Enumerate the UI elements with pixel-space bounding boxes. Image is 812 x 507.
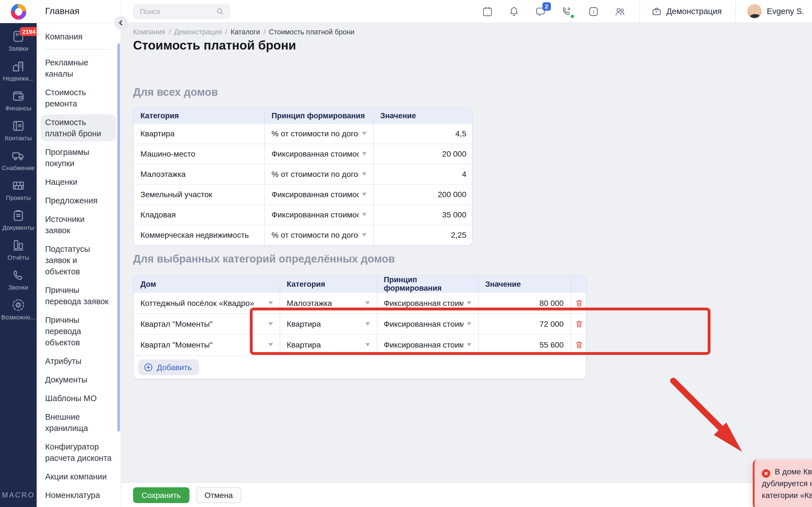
principle-select[interactable]: Фиксированная стоим…	[384, 298, 471, 307]
cancel-button[interactable]: Отмена	[196, 487, 241, 503]
add-row-button[interactable]: Добавить	[138, 359, 199, 375]
house-select[interactable]: Коттеджный посёлок «Квадро»	[140, 298, 273, 307]
value-cell[interactable]: 4,5	[373, 123, 472, 144]
sidebar-item-interesy[interactable]: Интересы к ЖК и Домам	[41, 506, 116, 507]
rail-item-finance[interactable]: Финансы	[1, 89, 35, 112]
chevron-down-icon	[362, 213, 366, 216]
principle-select[interactable]: Фиксированная стоимость	[271, 190, 366, 199]
rail-item-supply[interactable]: Снабжение	[1, 149, 35, 171]
principle-select[interactable]: % от стоимости по догов…	[271, 231, 366, 240]
rail-item-realty[interactable]: Недвижи...	[1, 59, 35, 82]
sidebar-collapse-button[interactable]	[114, 16, 128, 29]
toast-message: В доме Квартал "Моменты" дублируется нас…	[762, 466, 812, 501]
sidebar-item-reklamnye-kanaly[interactable]: Рекламные каналы	[41, 55, 116, 82]
add-row-area: Добавить	[134, 355, 586, 378]
workspace-name: Демонстрация	[666, 7, 721, 16]
category-cell: Малоэтажка	[134, 164, 264, 184]
calendar-icon	[481, 5, 493, 17]
sidebar-item-stoimost-platnoj-broni[interactable]: Стоимость платной брони	[41, 114, 116, 142]
rail-item-projects[interactable]: Проекты	[1, 179, 35, 201]
calls-button[interactable]	[561, 5, 573, 17]
users-button[interactable]	[614, 5, 626, 17]
rail-item-calls[interactable]: Звонки	[1, 268, 35, 291]
chevron-down-icon	[467, 322, 471, 326]
sidebar-scrollbar[interactable]	[117, 43, 120, 432]
sidebar-item-istochniki-zayavok[interactable]: Источники заявок	[41, 211, 116, 238]
sidebar-item-nacenki[interactable]: Наценки	[41, 174, 116, 190]
category-select[interactable]: Малоэтажка	[287, 298, 370, 307]
house-select[interactable]: Квартал "Моменты"	[140, 341, 273, 349]
sidebar-item-prichiny-perevoda-obektov[interactable]: Причины перевода объектов	[41, 312, 116, 350]
rail-item-reports[interactable]: Отчёты	[1, 238, 35, 261]
table-header-row: Категория Принцип формирования Значение	[134, 108, 472, 123]
app-logo[interactable]	[0, 0, 37, 23]
sidebar-item-shablony-mo[interactable]: Шаблоны МО	[41, 390, 116, 406]
table-row: Квартал "Моменты" Квартира Фиксированная…	[134, 334, 587, 355]
search-input[interactable]	[140, 7, 216, 15]
page-title: Стоимость платной брони	[133, 38, 296, 53]
notifications-button[interactable]	[508, 5, 520, 17]
table-row: Машино-место Фиксированная стоимость 20 …	[134, 144, 472, 164]
breadcrumb-catalogs[interactable]: Каталоги	[231, 28, 260, 36]
sidebar-item-podstatusy[interactable]: Подстатусы заявок и объектов	[41, 241, 116, 279]
primary-rail: 2194 Заявки Недвижи... Финансы Конта	[0, 0, 37, 507]
rail-item-opportunities[interactable]: Возможно...	[1, 298, 35, 321]
principle-select[interactable]: Фиксированная стоим…	[384, 320, 471, 328]
breadcrumb-workspace[interactable]: Демонстрация	[174, 28, 221, 36]
value-cell[interactable]: 80 000	[478, 293, 571, 314]
rail-item-contacts[interactable]: Контакты	[1, 119, 35, 142]
category-cell: Машино-место	[134, 144, 264, 164]
rail-items: 2194 Заявки Недвижи... Финансы Конта	[0, 23, 37, 491]
sidebar-item-nomenklatura[interactable]: Номенклатура	[41, 487, 116, 503]
principle-select[interactable]: % от стоимости по догов…	[271, 170, 366, 179]
workspace-switcher[interactable]: Демонстрация	[651, 6, 721, 17]
search-field[interactable]	[133, 4, 230, 19]
value-cell[interactable]: 72 000	[478, 314, 571, 334]
principle-select[interactable]: % от стоимости по догов…	[271, 129, 366, 138]
rail-item-requests[interactable]: 2194 Заявки	[1, 29, 35, 52]
sidebar-menu: Компания Рекламные каналы Стоимость ремо…	[37, 23, 121, 507]
delete-row-button[interactable]	[571, 341, 587, 349]
sidebar-item-programmy-pokupki[interactable]: Программы покупки	[41, 144, 116, 171]
value-cell[interactable]: 20 000	[373, 144, 472, 164]
calendar-button[interactable]	[481, 5, 493, 17]
topbar: 2 i Демонстрация	[121, 0, 812, 23]
sidebar-item-atributy[interactable]: Атрибуты	[41, 353, 116, 369]
all-houses-table: Категория Принцип формирования Значение …	[134, 108, 472, 245]
chat-button[interactable]: 2	[534, 5, 546, 17]
principle-select[interactable]: Фиксированная стоим…	[384, 341, 471, 349]
error-toast: В доме Квартал "Моменты" дублируется нас…	[753, 460, 812, 507]
sidebar-item-kompaniya[interactable]: Компания	[41, 29, 116, 45]
value-cell[interactable]: 55 600	[478, 334, 571, 355]
topbar-actions: 2 i Демонстрация	[467, 0, 804, 23]
category-cell: Коммерческая недвижимость	[134, 225, 264, 245]
principle-select[interactable]: Фиксированная стоимость	[271, 149, 366, 158]
save-button[interactable]: Сохранить	[133, 487, 189, 503]
delete-row-button[interactable]	[571, 320, 587, 328]
value-cell[interactable]: 2,25	[373, 225, 472, 245]
sidebar-item-stoimost-remonta[interactable]: Стоимость ремонта	[41, 84, 116, 112]
search-icon	[216, 7, 224, 15]
category-select[interactable]: Квартира	[287, 341, 370, 349]
reports-icon	[11, 238, 26, 252]
sidebar-header: Главная	[37, 0, 121, 23]
sidebar-item-dokumenty[interactable]: Документы	[41, 372, 116, 388]
user-menu[interactable]: Evgeny S.	[747, 4, 804, 18]
value-cell[interactable]: 200 000	[373, 184, 472, 205]
chevron-down-icon	[362, 233, 366, 237]
sidebar-item-prichiny-perevoda-zayavok[interactable]: Причины перевода заявок	[41, 282, 116, 309]
sidebar-item-akcii-kompanii[interactable]: Акции компании	[41, 469, 116, 485]
principle-select[interactable]: Фиксированная стоимость	[271, 210, 366, 219]
info-button[interactable]: i	[587, 5, 599, 17]
category-cell: Земельный участок	[134, 184, 264, 205]
sidebar-item-predlozheniya[interactable]: Предложения	[41, 193, 116, 209]
value-cell[interactable]: 4	[373, 164, 472, 184]
value-cell[interactable]: 35 000	[373, 205, 472, 225]
house-select[interactable]: Квартал "Моменты"	[140, 320, 273, 328]
category-select[interactable]: Квартира	[287, 320, 370, 328]
delete-row-button[interactable]	[571, 298, 587, 307]
sidebar-item-konfigurator-diskonta[interactable]: Конфигуратор расчета дисконта	[41, 439, 116, 466]
breadcrumb-company[interactable]: Компания	[133, 28, 165, 36]
sidebar-item-vneshnie-hranilishcha[interactable]: Внешние хранилища	[41, 409, 116, 436]
rail-item-documents[interactable]: Документы	[1, 209, 35, 231]
